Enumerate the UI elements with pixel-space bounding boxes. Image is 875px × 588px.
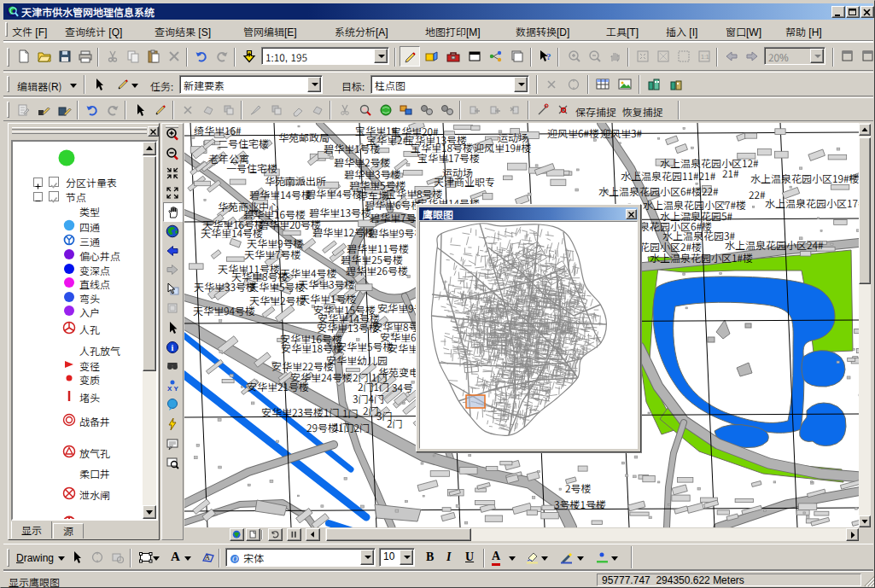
svg-text:天华里33号楼: 天华里33号楼 [194,279,256,294]
svg-text:2门: 2门 [387,416,403,430]
svg-text:O: O [232,555,238,563]
svg-text:碧华里4号楼: 碧华里4号楼 [306,186,363,201]
svg-text:3号楼1号楼: 3号楼1号楼 [554,497,606,511]
svg-text:A: A [205,554,210,562]
svg-text:水上温泉花园小区17#楼: 水上温泉花园小区17#楼 [765,195,859,210]
svg-text:碧华里26号楼: 碧华里26号楼 [346,263,408,277]
svg-text:运动场: 运动场 [498,130,528,144]
svg-text:迎风里3#: 迎风里3# [600,125,643,140]
svg-text:2门1门: 2门1门 [358,379,389,393]
svg-text:22#: 22# [749,187,766,201]
svg-text:迎风里6#楼: 迎风里6#楼 [547,125,599,140]
svg-text:水上温泉花园小区1#楼: 水上温泉花园小区1#楼 [650,250,753,265]
svg-text:1门: 1门 [342,405,359,420]
svg-text:安华里23号楼1门: 安华里23号楼1门 [261,405,340,419]
svg-text:天华里5号楼: 天华里5号楼 [248,279,306,294]
svg-text:天华里7号楼: 天华里7号楼 [244,247,301,261]
svg-text:天津商业职专: 天津商业职专 [434,174,495,189]
svg-text:X Y: X Y [167,385,178,393]
svg-text:安华里5号楼: 安华里5号楼 [336,339,394,353]
svg-text:34号: 34号 [392,380,413,394]
svg-text:天华里94号楼: 天华里94号楼 [193,303,255,317]
svg-text:1:1: 1:1 [701,54,709,60]
svg-text:二号住宅楼: 二号住宅楼 [218,136,269,150]
svg-text:天华里2号楼: 天华里2号楼 [249,293,306,307]
svg-text:水上温泉花园小区19#楼: 水上温泉花园小区19#楼 [750,171,859,185]
svg-text:天华里3号楼: 天华里3号楼 [298,277,355,291]
svg-text:安华里21号楼: 安华里21号楼 [247,379,309,393]
svg-text:29号楼1门2门: 29号楼1门2门 [306,420,370,434]
svg-text:水上温泉花园小区6#楼22#: 水上温泉花园小区6#楼22# [598,183,719,198]
svg-text:?: ? [546,51,551,61]
svg-text:宝华里17号楼: 宝华里17号楼 [417,150,480,165]
svg-text:i: i [171,343,173,352]
svg-text:华苑邮政局: 华苑邮政局 [278,130,330,144]
svg-text:碧华里12号楼: 碧华里12号楼 [312,224,375,239]
svg-text:水上温泉花园11#21#: 水上温泉花园11#21# [621,168,716,183]
svg-text:2号楼: 2号楼 [565,480,592,495]
svg-text:碧华里1号楼: 碧华里1号楼 [324,141,381,155]
svg-text:21#: 21# [722,166,739,180]
